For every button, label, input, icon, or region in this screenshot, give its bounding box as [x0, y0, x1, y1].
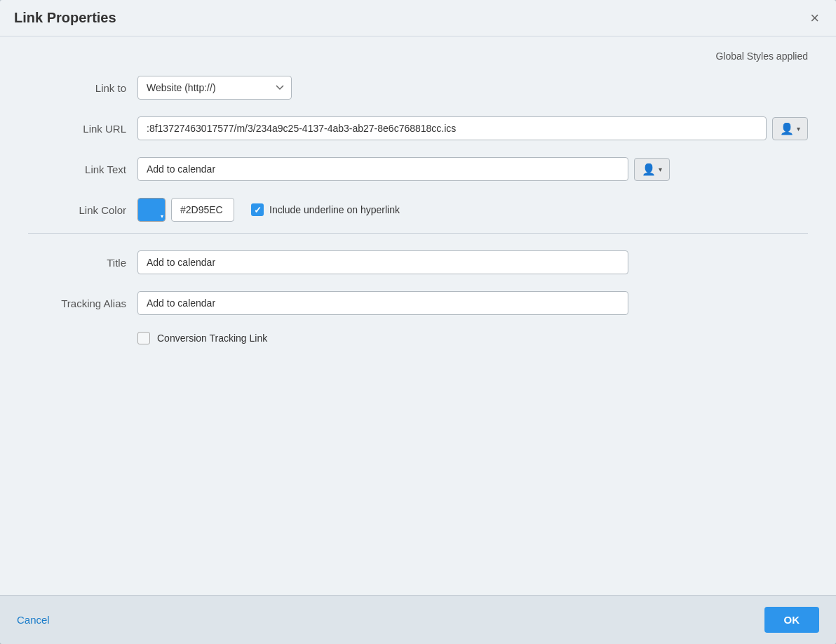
color-hex-input[interactable]	[171, 198, 234, 222]
underline-checkbox-area: Include underline on hyperlink	[251, 203, 400, 216]
link-url-control: 👤 ▾	[137, 116, 808, 140]
link-color-label: Link Color	[28, 204, 126, 216]
link-text-person-button[interactable]: 👤 ▾	[634, 158, 670, 181]
underline-label: Include underline on hyperlink	[269, 204, 400, 215]
person-icon-2: 👤	[642, 163, 656, 176]
title-label: Title	[28, 257, 126, 269]
dialog-footer: Cancel OK	[0, 595, 836, 644]
dialog-title: Link Properties	[14, 10, 116, 26]
chevron-down-icon-2: ▾	[659, 166, 662, 173]
link-to-label: Link to	[28, 82, 126, 94]
person-icon: 👤	[780, 122, 794, 135]
link-properties-dialog: Link Properties × Global Styles applied …	[0, 0, 836, 644]
form-section-2: Title Tracking Alias Conversion Tracking…	[28, 250, 808, 344]
dialog-body: Global Styles applied Link to Website (h…	[0, 36, 836, 595]
conversion-tracking-row: Conversion Tracking Link	[137, 332, 808, 344]
link-url-label: Link URL	[28, 123, 126, 135]
title-control	[137, 250, 808, 274]
cancel-button[interactable]: Cancel	[17, 614, 50, 626]
dialog-header: Link Properties ×	[0, 0, 836, 36]
link-to-select[interactable]: Website (http://) Email Phone File Ancho…	[137, 76, 292, 100]
tracking-alias-label: Tracking Alias	[28, 297, 126, 309]
link-text-label: Link Text	[28, 163, 126, 175]
link-url-row: Link URL 👤 ▾	[28, 116, 808, 140]
tracking-alias-control	[137, 291, 808, 315]
title-row: Title	[28, 250, 808, 274]
link-color-control: ▾ Include underline on hyperlink	[137, 198, 808, 222]
global-styles-text: Global Styles applied	[715, 51, 808, 62]
ok-button[interactable]: OK	[764, 607, 820, 633]
color-swatch-arrow: ▾	[161, 213, 163, 220]
global-styles-row: Global Styles applied	[28, 51, 808, 62]
link-text-control: 👤 ▾	[137, 157, 808, 181]
link-text-input[interactable]	[137, 157, 628, 181]
conversion-tracking-label: Conversion Tracking Link	[157, 333, 267, 344]
underline-checkbox[interactable]	[251, 203, 264, 216]
link-url-input[interactable]	[137, 116, 767, 140]
tracking-alias-row: Tracking Alias	[28, 291, 808, 315]
form-section-1: Link to Website (http://) Email Phone Fi…	[28, 76, 808, 222]
color-swatch[interactable]: ▾	[137, 198, 166, 222]
tracking-alias-input[interactable]	[137, 291, 628, 315]
chevron-down-icon: ▾	[797, 125, 800, 133]
link-color-row: Link Color ▾ Include underline on hyperl…	[28, 198, 808, 222]
close-button[interactable]: ×	[807, 11, 822, 26]
link-url-person-button[interactable]: 👤 ▾	[772, 117, 808, 140]
section-divider	[28, 233, 808, 234]
conversion-tracking-checkbox[interactable]	[137, 332, 150, 344]
link-to-control: Website (http://) Email Phone File Ancho…	[137, 76, 808, 100]
link-to-row: Link to Website (http://) Email Phone Fi…	[28, 76, 808, 100]
link-text-row: Link Text 👤 ▾	[28, 157, 808, 181]
title-input[interactable]	[137, 250, 628, 274]
